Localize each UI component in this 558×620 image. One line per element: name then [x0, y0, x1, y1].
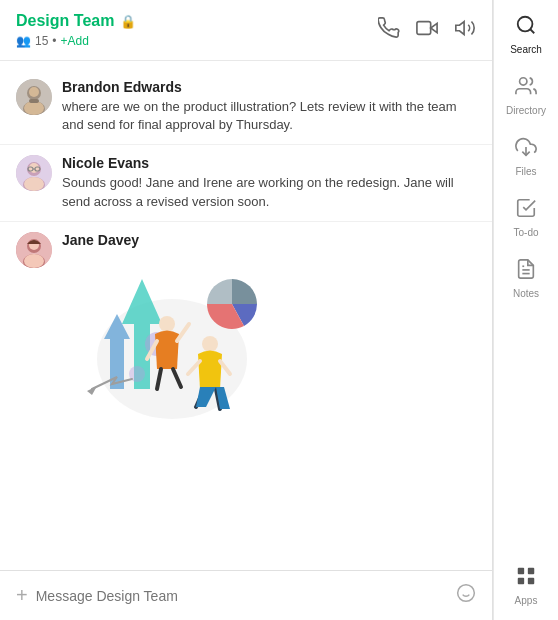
add-message-icon[interactable]: +	[16, 584, 28, 607]
sender-brandon: Brandon Edwards	[62, 79, 476, 95]
search-icon	[515, 14, 537, 41]
message-content-nicole: Nicole Evans Sounds good! Jane and Irene…	[62, 155, 476, 210]
avatar-brandon	[16, 79, 52, 115]
sidebar-label-directory: Directory	[506, 105, 546, 116]
svg-marker-0	[431, 23, 437, 32]
svg-point-13	[24, 177, 44, 191]
members-count: 15	[35, 34, 48, 48]
header-left: Design Team 🔒 👥 15 • +Add	[16, 12, 136, 48]
sender-nicole: Nicole Evans	[62, 155, 476, 171]
svg-rect-48	[528, 568, 534, 574]
separator: •	[52, 34, 56, 48]
svg-point-32	[202, 336, 218, 352]
sidebar-label-todo: To-do	[513, 227, 538, 238]
notes-icon	[515, 258, 537, 285]
svg-rect-1	[417, 21, 431, 34]
right-sidebar: Search Directory Files	[493, 0, 558, 620]
avatar-nicole	[16, 155, 52, 191]
message-text-nicole: Sounds good! Jane and Irene are working …	[62, 174, 476, 210]
svg-point-7	[24, 101, 44, 115]
message-text-brandon: where are we on the product illustration…	[62, 98, 476, 134]
sidebar-label-search: Search	[510, 44, 542, 55]
sender-jane: Jane Davey	[62, 232, 476, 248]
sidebar-item-search[interactable]: Search	[494, 4, 558, 65]
messages-list: Brandon Edwards where are we on the prod…	[0, 61, 492, 570]
sidebar-label-apps: Apps	[515, 595, 538, 606]
message-content-brandon: Brandon Edwards where are we on the prod…	[62, 79, 476, 134]
svg-rect-50	[528, 578, 534, 584]
message-brandon: Brandon Edwards where are we on the prod…	[0, 69, 492, 145]
sidebar-item-files[interactable]: Files	[494, 126, 558, 187]
todo-icon	[515, 197, 537, 224]
svg-point-21	[24, 254, 44, 268]
message-jane: Jane Davey	[0, 222, 492, 433]
header-title: Design Team 🔒	[16, 12, 136, 30]
svg-point-6	[29, 87, 39, 97]
emoji-icon[interactable]	[456, 583, 476, 608]
avatar-jane	[16, 232, 52, 268]
add-members-button[interactable]: +Add	[61, 34, 89, 48]
svg-marker-37	[87, 386, 97, 395]
sidebar-item-notes[interactable]: Notes	[494, 248, 558, 309]
sidebar-label-files: Files	[515, 166, 536, 177]
chat-header: Design Team 🔒 👥 15 • +Add	[0, 0, 492, 61]
svg-rect-8	[29, 99, 39, 103]
sidebar-item-apps[interactable]: Apps	[494, 555, 558, 616]
svg-point-38	[458, 585, 475, 602]
svg-rect-49	[518, 578, 524, 584]
svg-point-27	[159, 316, 175, 332]
message-content-jane: Jane Davey	[62, 232, 476, 423]
directory-icon	[515, 75, 537, 102]
sidebar-label-notes: Notes	[513, 288, 539, 299]
svg-marker-2	[456, 21, 464, 34]
header-actions	[378, 17, 476, 44]
header-meta: 👥 15 • +Add	[16, 34, 136, 48]
sidebar-item-directory[interactable]: Directory	[494, 65, 558, 126]
message-input[interactable]	[36, 588, 448, 604]
svg-rect-47	[518, 568, 524, 574]
video-icon[interactable]	[416, 17, 438, 44]
files-icon	[515, 136, 537, 163]
design-illustration	[62, 259, 262, 419]
message-input-area: +	[0, 570, 492, 620]
sidebar-item-todo[interactable]: To-do	[494, 187, 558, 248]
apps-icon	[515, 565, 537, 592]
phone-icon[interactable]	[378, 17, 400, 44]
svg-point-41	[518, 17, 533, 32]
team-name: Design Team	[16, 12, 114, 30]
members-icon: 👥	[16, 34, 31, 48]
svg-line-42	[530, 29, 534, 33]
message-nicole: Nicole Evans Sounds good! Jane and Irene…	[0, 145, 492, 221]
lock-icon: 🔒	[120, 14, 136, 29]
volume-icon[interactable]	[454, 17, 476, 44]
svg-point-43	[520, 78, 527, 85]
